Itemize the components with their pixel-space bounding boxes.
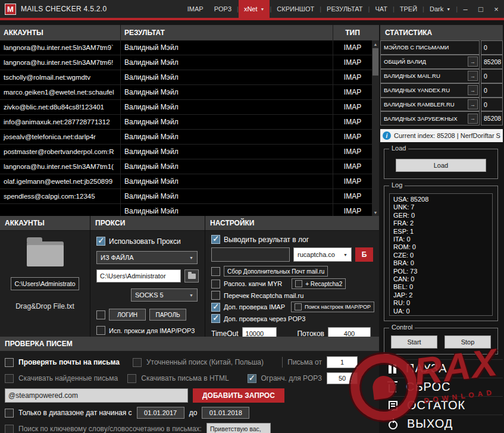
pop3-check-checkbox[interactable] [211, 314, 220, 323]
scroll-down-icon[interactable]: ▼ [372, 209, 379, 216]
menu-xnet[interactable]: xNet ▼ [239, 0, 270, 18]
header-type[interactable]: ТИП [333, 25, 372, 40]
captcha-myr-checkbox[interactable] [211, 280, 220, 288]
maximize-button[interactable]: □ [473, 0, 489, 18]
table-row[interactable]: langnora@hu.inter.net:5ln3AM7tm1( Валидн… [0, 159, 379, 174]
imap-check-checkbox[interactable] [211, 303, 220, 312]
statistics-column: СТАТИСТИКА МЭЙЛОВ С ПИСЬМАМИ 0 ОБЩИЙ ВАЛ… [379, 20, 504, 433]
action-menu: ПАУЗА СБРОС ОСТАТОК ВЫХОД [380, 359, 503, 433]
table-row[interactable]: langnora@hu.inter.net:5ln3AM7tm6! Валидн… [0, 55, 379, 70]
date-from-button[interactable]: 01.01.2017 [137, 407, 184, 419]
exit-button[interactable]: ВЫХОД [380, 415, 503, 433]
type-cell: IMAP [333, 189, 372, 203]
keyword-input[interactable]: Приветствую вас, [206, 423, 271, 433]
export-icon[interactable] [468, 99, 478, 109]
settings-panel-body: Выводить результат в лог rucaptcha.co ▼ … [205, 231, 379, 340]
stat-value: 0 [481, 40, 503, 55]
captcha-service-value: rucaptcha.co [298, 251, 335, 258]
header-result[interactable]: РЕЗУЛЬТАТ [121, 25, 333, 40]
recaptcha2-checkbox[interactable] [295, 280, 302, 287]
table-row[interactable]: info@animaxuk.net:287728771312 Валидный … [0, 115, 379, 130]
download-found-checkbox[interactable] [5, 374, 14, 383]
menu-imap[interactable]: IMAP [182, 0, 209, 18]
type-cell: IMAP [333, 204, 372, 216]
account-cell: marco.geiken1@ewetel.net:schaufel [0, 85, 121, 99]
keyword-search-checkbox[interactable] [5, 425, 14, 433]
query-input[interactable]: @steampowered.com [5, 388, 188, 403]
date-range-checkbox[interactable] [5, 409, 14, 418]
pause-button[interactable]: ПАУЗА [380, 359, 503, 378]
login-button[interactable]: ЛОГИН [109, 309, 146, 321]
captcha-service-dropdown[interactable]: rucaptcha.co ▼ [293, 247, 352, 262]
menu-result[interactable]: РЕЗУЛЬТАТ [321, 0, 368, 18]
type-cell: IMAP [333, 115, 372, 129]
log-output[interactable]: USA: 85208 UNK: 7 GER: 0 FRA: 2 ESP: 1 I… [389, 193, 493, 316]
proxy-auth-checkbox[interactable] [96, 310, 105, 319]
table-row[interactable]: Валидный Мэйл IMAP [0, 204, 379, 216]
accounts-file-path[interactable]: C:\Users\Administrato [11, 277, 79, 290]
load-button[interactable]: Load [396, 159, 486, 172]
menu-screenshot[interactable]: СКРИНШОТ [271, 0, 320, 18]
type-cell: IMAP [333, 70, 372, 84]
table-row[interactable]: spendless@calpgi.com:12345 Валидный Мэйл… [0, 189, 379, 204]
proxy-type-dropdown[interactable]: SOCKS 5 ▼ [131, 288, 198, 302]
result-cell: Валидный Мэйл [121, 189, 333, 203]
table-row[interactable]: zivko@blic.net:d8u84cs8!123401 Валидный … [0, 100, 379, 115]
minimize-button[interactable]: – [458, 0, 473, 18]
header-accounts[interactable]: АККАУНТЫ [0, 25, 121, 40]
table-row[interactable]: josealv@telefonica.net:darlp4r Валидный … [0, 130, 379, 145]
letters-from-input[interactable]: 1 [327, 356, 358, 368]
browse-proxy-button[interactable] [184, 269, 199, 283]
middle-panels: АККАУНТЫ C:\Users\Administrato Drag&Drop… [0, 216, 379, 337]
menu-pop3[interactable]: POP3 [209, 0, 237, 18]
log-output-checkbox[interactable] [211, 235, 220, 244]
table-row[interactable]: langnora@hu.inter.net:5ln3AM7tm9` Валидн… [0, 40, 379, 55]
add-query-button[interactable]: ДОБАВИТЬ ЗАПРОС [193, 388, 284, 403]
recheck-recaptcha-checkbox[interactable] [211, 291, 220, 300]
table-row[interactable]: marco.geiken1@ewetel.net:schaufel Валидн… [0, 85, 379, 100]
export-icon[interactable] [468, 85, 478, 95]
theme-selector[interactable]: Dark ▼ [424, 0, 456, 18]
proxy-file-input[interactable]: C:\Users\Administrator [96, 269, 181, 283]
table-scrollbar[interactable]: ▲ ▼ [372, 40, 379, 216]
scrollbar-thumb[interactable] [372, 48, 378, 76]
captcha-key-input[interactable] [211, 247, 290, 262]
table-row[interactable]: postmaster@robertvanderpol.com:R Валидны… [0, 145, 379, 159]
export-icon[interactable] [468, 57, 478, 67]
stat-row: ВАЛИДНЫХ YANDEX.RU 0 [380, 83, 503, 98]
password-button[interactable]: ПАРОЛЬ [149, 309, 186, 321]
menu-tray[interactable]: ТРЕЙ [395, 0, 422, 18]
check-mail-checkbox[interactable] [5, 358, 14, 367]
imap-search-checkbox[interactable] [295, 303, 302, 310]
table-row[interactable]: olaf.igelmann@ewetel.net:jb250899 Валидн… [0, 174, 379, 189]
export-icon[interactable] [468, 114, 478, 124]
table-row[interactable]: tscholly@rolmail.net:wgmdtv Валидный Мэй… [0, 70, 379, 85]
folder-icon[interactable] [27, 241, 64, 266]
account-cell: langnora@hu.inter.net:5ln3AM7tm6! [0, 55, 121, 70]
log-line: CAN: 0 [393, 275, 489, 283]
download-html-label: Скачивать письма в HTML [141, 374, 228, 382]
remainder-button[interactable]: ОСТАТОК [380, 396, 503, 415]
load-group-label: Load [389, 145, 408, 152]
pop3-limit-input[interactable]: 50 [327, 372, 358, 384]
reset-button[interactable]: СБРОС [380, 378, 503, 396]
proxy-for-imap-checkbox[interactable] [96, 326, 105, 335]
start-button[interactable]: Start [391, 335, 437, 349]
close-button[interactable]: × [489, 0, 504, 18]
download-html-checkbox[interactable] [127, 374, 136, 383]
menu-chat[interactable]: ЧАТ [370, 0, 393, 18]
download-found-label: Скачивать найденные письма [18, 374, 118, 382]
folder-icon [188, 274, 196, 279]
date-to-button[interactable]: 01.01.2018 [202, 407, 249, 419]
export-icon[interactable] [468, 71, 478, 81]
chevron-down-icon: ▼ [343, 253, 348, 257]
scroll-up-icon[interactable]: ▲ [372, 40, 379, 48]
refined-search-checkbox[interactable] [133, 358, 142, 367]
collect-extra-mail-checkbox[interactable] [211, 267, 220, 276]
pop3-limit-checkbox[interactable] [248, 374, 256, 383]
balance-button[interactable]: Б [355, 247, 373, 262]
use-proxy-checkbox[interactable] [96, 237, 105, 246]
proxy-source-dropdown[interactable]: ИЗ ФАЙЛА ▼ [96, 251, 198, 264]
letters-from-label: Письма от [287, 358, 322, 366]
stop-button[interactable]: Stop [444, 335, 491, 349]
